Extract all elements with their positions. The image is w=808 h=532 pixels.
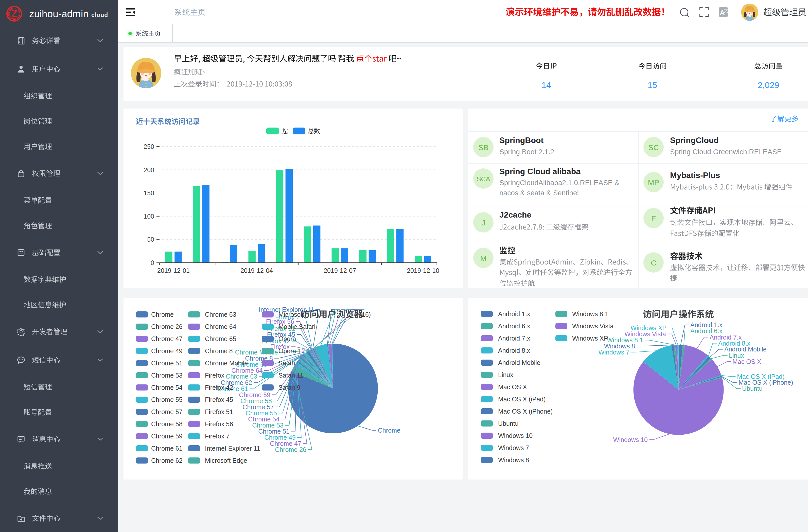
svg-text:Z: Z: [11, 8, 17, 19]
svg-text:A: A: [720, 9, 725, 17]
